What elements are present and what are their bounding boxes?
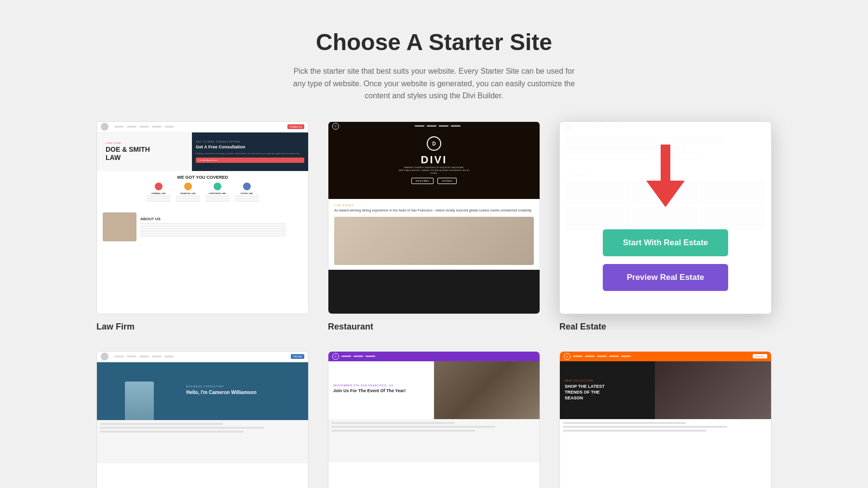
law-firm-about-img <box>103 212 136 241</box>
law-icon-text <box>147 198 171 199</box>
rest-hero-btn: OUR MENU <box>437 178 457 184</box>
personal-nav: Hire Me <box>97 352 308 362</box>
restaurant-thumbnail[interactable]: D D DIVI IMMERSE YOURSELF IN A WOR <box>328 121 540 314</box>
restaurant-label: Restaurant <box>328 322 540 332</box>
page-container: Choose A Starter Site Pick the starter s… <box>0 0 868 488</box>
svg-marker-1 <box>646 181 685 207</box>
law-firm-nav-btn: Contact Us <box>287 124 304 129</box>
law-firm-nav-link <box>139 126 149 128</box>
law-icon-text <box>147 196 171 197</box>
fashion-hero-title: SHOP THE LATESTTRENDS OF THESEASON <box>565 384 605 401</box>
personal-hero: Business Consultant Hello, I'm Cameron W… <box>97 362 308 420</box>
law-firm-hero-right: GET A FREE CONSULTATION Get A Free Consu… <box>192 132 308 171</box>
event-thumbnail[interactable]: D SEPTEMBER 5TH SAN FRANCISCO, CA Join U… <box>328 351 540 488</box>
fashion-nav-btn: Shop Now <box>753 354 767 358</box>
restaurant-food-img <box>334 217 534 265</box>
fashion-logo: D <box>564 353 570 360</box>
real-estate-label: Real Estate <box>559 322 772 332</box>
law-firm-thumbnail[interactable]: Contact Us Law Firm DOE & SMITHLAW GET A… <box>96 121 309 314</box>
law-icon-text <box>235 200 259 202</box>
card-law-firm[interactable]: Contact Us Law Firm DOE & SMITHLAW GET A… <box>96 121 309 332</box>
law-icon-criminal <box>155 183 163 190</box>
fashion-nav-link <box>585 356 595 357</box>
law-icon-label: FINANCIAL LAW <box>180 192 195 195</box>
real-estate-thumbnail[interactable]: Our Listings <box>559 121 772 314</box>
fashion-nav: D Shop Now <box>560 352 771 361</box>
card-real-estate[interactable]: Our Listings <box>559 121 772 332</box>
restaurant-logo: D <box>332 123 339 130</box>
restaurant-hero-sub: IMMERSE YOURSELF IN A WORLD OF EXQUISITE… <box>398 166 470 175</box>
law-icon-text <box>147 200 171 202</box>
law-icon-corporate <box>214 183 221 190</box>
personal-thumbnail[interactable]: Hire Me Business Consultant Hello, I'm C… <box>96 351 309 488</box>
card-personal[interactable]: Hire Me Business Consultant Hello, I'm C… <box>96 351 309 488</box>
fashion-hero-img <box>655 361 771 419</box>
law-icon-label: ESTATE LAW <box>241 192 253 195</box>
law-firm-section-title: WE GOT YOU COVERED <box>103 175 302 180</box>
law-firm-nav-link <box>127 126 136 128</box>
personal-nav-btn: Hire Me <box>291 354 304 359</box>
event-hero: SEPTEMBER 5TH SAN FRANCISCO, CA Join Us … <box>328 361 540 419</box>
personal-avatar <box>125 382 154 420</box>
law-icon-item: CRIMINAL LAW <box>145 183 172 203</box>
restaurant-content-label: FINE DINING <box>334 204 534 207</box>
personal-nav-link <box>164 356 174 357</box>
rest-nav-link <box>451 125 461 127</box>
consult-heading: Get A Free Consultation <box>196 145 304 149</box>
restaurant-hero-btns: BOOK A TABLE OUR MENU <box>398 178 470 184</box>
card-restaurant[interactable]: D D DIVI IMMERSE YOURSELF IN A WOR <box>328 121 540 332</box>
law-firm-hero: Law Firm DOE & SMITHLAW GET A FREE CONSU… <box>97 132 308 171</box>
consult-btn: Book An Appointment <box>196 158 304 163</box>
event-nav-link <box>341 356 351 357</box>
personal-bottom <box>97 420 308 463</box>
law-icon-item: CORPORATE LAW <box>204 183 231 203</box>
page-header: Choose A Starter Site Pick the starter s… <box>96 29 772 102</box>
rest-nav-link <box>427 125 436 127</box>
event-bottom <box>328 419 540 462</box>
rest-nav-link <box>439 125 448 127</box>
personal-nav-link <box>114 356 124 357</box>
event-line <box>331 430 475 432</box>
event-hero-title: Join Us For The Event Of The Year! <box>333 388 429 394</box>
law-firm-nav-link <box>152 126 162 128</box>
start-with-real-estate-button[interactable]: Start With Real Estate <box>603 229 728 256</box>
card-fashion[interactable]: D Shop Now NEW COLLECTION <box>559 351 772 488</box>
law-about-line <box>140 230 286 232</box>
rest-nav-link <box>415 125 424 127</box>
law-about-line <box>140 223 286 224</box>
law-icon-item: ESTATE LAW <box>233 183 260 203</box>
rest-hero-btn: BOOK A TABLE <box>411 178 434 184</box>
restaurant-nav: D <box>328 122 540 131</box>
personal-hero-left <box>97 362 181 420</box>
personal-line <box>100 423 223 425</box>
real-estate-overlay: Start With Real Estate Preview Real Esta… <box>560 122 771 314</box>
law-firm-label: Law Firm <box>96 322 309 332</box>
law-icon-text <box>205 198 230 199</box>
law-icon-label: CORPORATE LAW <box>209 192 226 195</box>
fashion-nav-link <box>609 356 619 357</box>
consult-text: Building a commitment to integrity, expe… <box>196 152 304 155</box>
law-about-line <box>140 235 286 237</box>
law-icon-text <box>176 200 200 202</box>
personal-nav-link <box>139 356 149 357</box>
fashion-nav-link <box>597 356 607 357</box>
card-event[interactable]: D SEPTEMBER 5TH SAN FRANCISCO, CA Join U… <box>328 351 540 488</box>
fashion-bottom <box>560 419 771 462</box>
event-preview: D SEPTEMBER 5TH SAN FRANCISCO, CA Join U… <box>328 352 540 488</box>
fashion-hero-label: NEW COLLECTION <box>565 379 605 382</box>
event-hero-img <box>423 361 540 419</box>
page-title: Choose A Starter Site <box>96 29 772 55</box>
personal-nav-link <box>152 356 162 357</box>
fashion-line <box>563 430 706 432</box>
law-firm-nav-link <box>164 126 174 128</box>
preview-real-estate-button[interactable]: Preview Real Estate <box>603 264 728 291</box>
restaurant-nav-links <box>415 125 461 127</box>
law-firm-icons-row: CRIMINAL LAW FINANCIAL LAW <box>103 183 302 203</box>
fashion-thumbnail[interactable]: D Shop Now NEW COLLECTION <box>559 351 772 488</box>
event-nav: D <box>328 352 540 361</box>
law-icon-text <box>235 196 259 197</box>
restaurant-logo-circle: D <box>427 136 441 151</box>
law-firm-section: WE GOT YOU COVERED CRIMINAL LAW <box>97 171 308 210</box>
law-icon-text <box>176 198 200 199</box>
event-hero-content: SEPTEMBER 5TH SAN FRANCISCO, CA Join Us … <box>328 361 434 419</box>
